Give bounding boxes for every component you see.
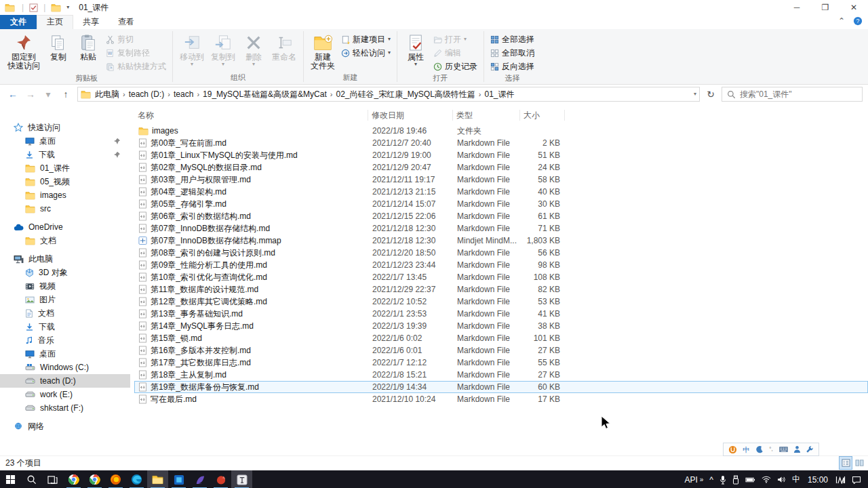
全部取消-button[interactable]: 全部取消 (488, 46, 537, 60)
sidebar-item-桌面[interactable]: 桌面 (0, 134, 130, 148)
breadcrumb-segment[interactable]: teach (D:) (126, 89, 167, 99)
file-row[interactable]: 第03章_用户与权限管理.md2021/12/11 19:17Markdown … (134, 174, 868, 186)
复制到-button[interactable]: 复制到▾ (208, 30, 239, 67)
nav-back-button[interactable]: ← (5, 87, 20, 102)
nav-forward-button[interactable]: → (23, 87, 38, 102)
粘贴快捷方式-button[interactable]: 粘贴快捷方式 (103, 60, 169, 73)
file-row[interactable]: images2022/1/8 19:46文件夹 (134, 125, 868, 137)
minimize-button[interactable]: ─ (783, 0, 811, 15)
redapp-taskbar-button[interactable] (210, 470, 231, 488)
tray-overflow-label[interactable]: API (684, 475, 697, 485)
close-button[interactable]: ✕ (840, 0, 868, 15)
file-row[interactable]: 第18章_主从复制.md2022/1/8 15:21Markdown File2… (134, 369, 868, 381)
breadcrumb-segment[interactable]: 02_尚硅谷_宋红康_MySQL高级特性篇 (333, 89, 477, 100)
file-row[interactable]: 第11章_数据库的设计规范.md2021/12/29 22:37Markdown… (134, 283, 868, 296)
explorer-taskbar-button[interactable] (147, 470, 168, 488)
taskbar-search-taskbar-button[interactable] (21, 470, 42, 488)
breadcrumb-segment[interactable]: 01_课件 (482, 89, 517, 100)
ime-toolbar[interactable]: 中°, (723, 443, 819, 456)
打开-button[interactable]: 打开▾ (431, 33, 480, 46)
移动到-button[interactable]: 移动到▾ (176, 30, 208, 67)
search-input[interactable] (740, 89, 857, 99)
tray-wifi-icon[interactable] (762, 476, 771, 483)
新建文件夹-button[interactable]: 新建 文件夹 (307, 30, 338, 70)
复制-button[interactable]: 复制 (43, 30, 73, 62)
action-center-button[interactable] (852, 476, 861, 484)
view-thumbnails-button[interactable] (853, 457, 865, 469)
sidebar-section-header-网络[interactable]: 网络 (0, 420, 130, 433)
编辑-button[interactable]: 编辑 (431, 46, 480, 60)
edge-taskbar-button[interactable] (126, 470, 147, 488)
ime-keyboard-icon[interactable] (778, 446, 789, 453)
sidebar-item-work (E:)[interactable]: work (E:) (0, 388, 130, 401)
qat-customize-icon[interactable]: ▾ (66, 5, 69, 10)
blueapp-taskbar-button[interactable] (168, 470, 189, 488)
refresh-button[interactable]: ↻ (703, 87, 719, 102)
file-row[interactable]: 第04章_逻辑架构.md2021/12/13 21:15Markdown Fil… (134, 186, 868, 198)
nav-recent-dropdown-icon[interactable]: ▾ (41, 87, 56, 102)
sidebar-item-音乐[interactable]: 音乐 (0, 333, 130, 347)
file-row[interactable]: 第12章_数据库其它调优策略.md2022/1/2 10:52Markdown … (134, 296, 868, 308)
tray-hidden-icons-arrow[interactable]: ^ (709, 475, 713, 485)
tray-volume-icon[interactable] (777, 476, 786, 483)
sidebar-section-header-OneDrive[interactable]: OneDrive (0, 220, 130, 234)
file-row[interactable]: 第06章_索引的数据结构.md2021/12/15 22:06Markdown … (134, 210, 868, 222)
ime-person-icon[interactable] (793, 445, 801, 453)
file-row[interactable]: 第19章_数据库备份与恢复.md2022/1/9 14:34Markdown F… (134, 381, 868, 393)
sidebar-item-teach (D:)[interactable]: teach (D:) (0, 374, 130, 388)
粘贴-button[interactable]: 粘贴 (73, 30, 103, 62)
breadcrumb-segment[interactable]: 19_MySQL基础篇&高级篇&MyCat (200, 89, 330, 100)
file-row[interactable]: 第15章_锁.md2022/1/6 0:02Markdown File101 K… (134, 332, 868, 344)
tray-microphone-icon[interactable] (719, 475, 726, 485)
tab-file[interactable]: 文件 (0, 15, 37, 29)
maximize-button[interactable]: ❐ (811, 0, 840, 15)
view-details-button[interactable] (840, 457, 852, 469)
firefox-taskbar-button[interactable] (105, 470, 126, 488)
sidebar-item-shkstart (F:)[interactable]: shkstart (F:) (0, 401, 130, 415)
复制路径-button[interactable]: W复制路径 (103, 46, 169, 60)
breadcrumb[interactable]: 此电脑›teach (D:)›teach›19_MySQL基础篇&高级篇&MyC… (77, 87, 700, 102)
chrome-taskbar-button[interactable] (63, 470, 84, 488)
sidebar-item-图片[interactable]: 图片 (0, 293, 130, 306)
file-row[interactable]: 第14章_MySQL事务日志.md2022/1/3 19:39Markdown … (134, 320, 868, 332)
sidebar-item-视频[interactable]: 视频 (0, 279, 130, 293)
qat-properties-icon[interactable] (29, 3, 38, 12)
task-view-taskbar-button[interactable] (42, 470, 63, 488)
file-row[interactable]: 第10章_索引优化与查询优化.md2022/1/7 13:45Markdown … (134, 271, 868, 283)
file-row[interactable]: 第13章_事务基础知识.md2022/1/1 23:53Markdown Fil… (134, 308, 868, 320)
search-box[interactable] (722, 87, 863, 102)
sidebar-item-桌面[interactable]: 桌面 (0, 347, 130, 361)
ime-punct-icon[interactable]: °, (768, 445, 774, 453)
ime-logo-icon[interactable] (728, 445, 737, 454)
address-dropdown-icon[interactable]: ▾ (694, 92, 696, 97)
sidebar-item-文档[interactable]: 文档 (0, 234, 130, 247)
固定到快速访问-button[interactable]: 固定到 快速访问 (4, 30, 43, 70)
sidebar-item-Windows (C:)[interactable]: Windows (C:) (0, 361, 130, 374)
ime-wrench-icon[interactable] (806, 445, 814, 453)
sidebar-item-文档[interactable]: 文档 (0, 306, 130, 320)
属性-button[interactable]: 属性▾ (401, 30, 431, 67)
file-row[interactable]: 第02章_MySQL的数据目录.md2021/12/9 20:47Markdow… (134, 161, 868, 174)
qat-newfolder-icon[interactable] (51, 3, 61, 12)
purpleapp-taskbar-button[interactable] (189, 470, 210, 488)
tray-usb-icon[interactable] (732, 475, 739, 485)
column-header-date[interactable]: 修改日期 (368, 110, 453, 121)
sidebar-section-header-此电脑[interactable]: 此电脑 (0, 252, 130, 266)
typora-taskbar-button[interactable] (231, 470, 252, 488)
taskbar-clock[interactable]: 15:00 (806, 475, 829, 485)
start-taskbar-button[interactable] (0, 470, 21, 488)
file-row[interactable]: 第05章_存储引擎.md2021/12/14 15:07Markdown Fil… (134, 198, 868, 210)
tab-view[interactable]: 查看 (108, 15, 144, 29)
sidebar-item-images[interactable]: images (0, 188, 130, 202)
tray-m-icon[interactable] (835, 476, 846, 484)
ime-cn-icon[interactable]: 中 (742, 445, 751, 454)
file-row[interactable]: 写在最后.md2021/12/10 10:24Markdown File17 K… (134, 393, 868, 405)
tray-chevrons[interactable]: » (700, 476, 704, 483)
反向选择-button[interactable]: 反向选择 (488, 60, 537, 73)
column-header-name[interactable]: 名称 (134, 110, 368, 121)
sidebar-item-3D 对象[interactable]: 3D 对象 (0, 266, 130, 279)
删除-button[interactable]: 删除▾ (239, 30, 269, 67)
file-row[interactable]: 第01章_Linux下MySQL的安装与使用.md2021/12/9 19:00… (134, 149, 868, 161)
help-icon[interactable]: ? (853, 16, 863, 26)
file-row[interactable]: 第16章_多版本并发控制.md2022/1/6 0:01Markdown Fil… (134, 344, 868, 357)
